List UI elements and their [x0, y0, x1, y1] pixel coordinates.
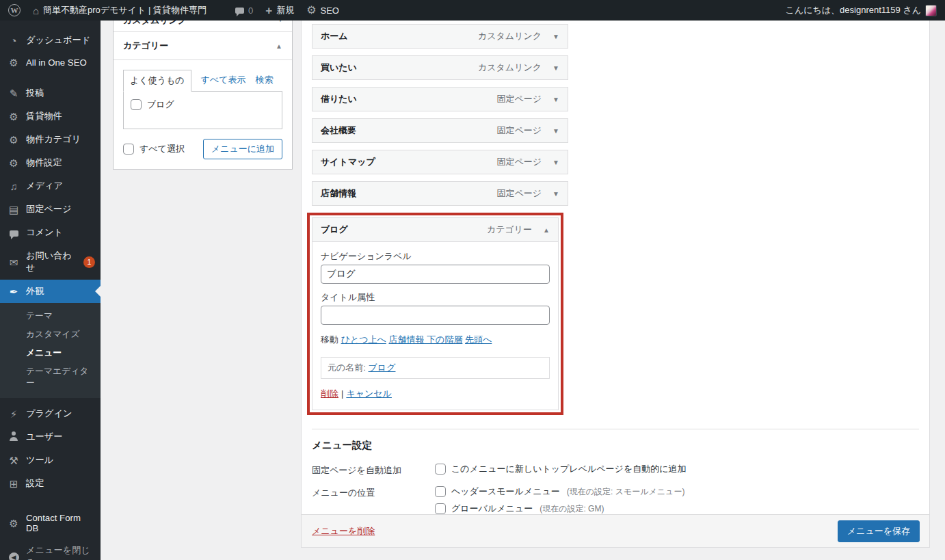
move-up-link[interactable]: ひとつ上へ — [341, 334, 386, 345]
sidebar-item-dashboard[interactable]: ◔ ダッシュボード — [0, 29, 101, 52]
sidebar-item-settings[interactable]: ⊞ 設定 — [0, 472, 101, 495]
menu-item-row-store-info[interactable]: 店舗情報 固定ページ ▼ — [312, 181, 568, 206]
sidebar-item-pages[interactable]: ▤ 固定ページ — [0, 198, 101, 221]
sidebar-item-contact[interactable]: ✉ お問い合わせ 1 — [0, 244, 101, 280]
cancel-link[interactable]: キャンセル — [346, 388, 392, 399]
gear-icon: ⚙ — [8, 57, 20, 68]
sidebar-separator — [0, 73, 101, 81]
menu-item-row-company[interactable]: 会社概要 固定ページ ▼ — [312, 118, 568, 143]
seo-menu-link[interactable]: ⚙ SEO — [306, 5, 339, 16]
sidebar-item-contact-form-db[interactable]: ⚙ Contact Form DB — [0, 507, 101, 539]
sidebar-item-property-settings[interactable]: ⚙ 物件設定 — [0, 151, 101, 174]
sidebar-item-label: 賃貸物件 — [26, 110, 62, 122]
remove-item-link[interactable]: 削除 — [321, 388, 338, 399]
menu-item-type: 固定ページ — [496, 93, 542, 105]
menu-item-row-blog[interactable]: ブログ カテゴリー ▲ — [312, 217, 559, 242]
select-all-checkbox[interactable] — [123, 144, 134, 155]
delete-menu-link[interactable]: メニューを削除 — [312, 525, 375, 537]
location-header-small-checkbox[interactable] — [435, 486, 446, 497]
category-checkbox[interactable] — [131, 99, 142, 110]
chevron-down-icon[interactable]: ▼ — [553, 96, 559, 103]
menu-item-row-home[interactable]: ホーム カスタムリンク ▼ — [312, 24, 568, 49]
sidebar-item-label: お問い合わせ — [26, 250, 75, 274]
mail-icon: ✉ — [8, 257, 20, 267]
separator: | — [341, 388, 343, 399]
tab-search[interactable]: 検索 — [255, 74, 273, 92]
sidebar-item-plugins[interactable]: ⚡ プラグイン — [0, 402, 101, 425]
location-global-checkbox[interactable] — [435, 503, 446, 514]
home-icon: ⌂ — [33, 5, 39, 16]
chevron-down-icon[interactable]: ▼ — [553, 159, 559, 166]
menu-item-title: 買いたい — [321, 62, 478, 74]
new-content-link[interactable]: + 新規 — [265, 4, 294, 16]
menu-item-type: カスタムリンク — [478, 30, 542, 42]
custom-link-panel-header[interactable]: カスタムリンク ▼ — [114, 21, 292, 32]
menu-settings-heading: メニュー設定 — [312, 439, 919, 452]
sidebar-item-label: All in One SEO — [26, 57, 87, 68]
menu-item-row-rent[interactable]: 借りたい 固定ページ ▼ — [312, 87, 568, 111]
item-actions-row: 削除|キャンセル — [321, 388, 550, 400]
menu-item-title: サイトマップ — [321, 156, 496, 168]
site-title: 簡単不動産proデモサイト | 賃貸物件専門 — [43, 4, 207, 16]
submenu-item-themes[interactable]: テーマ — [0, 307, 101, 325]
tab-view-all[interactable]: すべて表示 — [201, 74, 246, 92]
categories-tabs: よく使うもの すべて表示 検索 — [123, 70, 282, 92]
tab-most-used[interactable]: よく使うもの — [123, 70, 191, 92]
site-name-link[interactable]: ⌂ 簡単不動産proデモサイト | 賃貸物件専門 — [33, 4, 207, 16]
chevron-down-icon[interactable]: ▼ — [553, 64, 559, 72]
gear-icon: ⚙ — [8, 518, 20, 529]
greeting-text: こんにちは、designrent1159 さん — [786, 4, 921, 16]
add-to-menu-button[interactable]: メニューに追加 — [203, 139, 282, 159]
auto-add-checkbox[interactable] — [435, 464, 446, 475]
location-label: ヘッダースモールメニュー — [451, 485, 560, 498]
nav-label-input[interactable] — [321, 265, 550, 284]
sidebar-item-media[interactable]: ♫ メディア — [0, 174, 101, 198]
sidebar-item-comments[interactable]: コメント — [0, 221, 101, 244]
sidebar-item-all-in-one-seo[interactable]: ⚙ All in One SEO — [0, 52, 101, 73]
custom-link-panel-title: カスタムリンク — [123, 21, 187, 27]
collapse-menu-button[interactable]: ◀ メニューを閉じる — [0, 539, 101, 560]
appearance-submenu: テーマ カスタマイズ メニュー テーマエディター — [0, 303, 101, 398]
save-menu-button[interactable]: メニューを保存 — [838, 520, 920, 542]
select-all-row: すべて選択 — [123, 143, 185, 155]
submenu-item-customize[interactable]: カスタマイズ — [0, 325, 101, 344]
sidebar-item-posts[interactable]: ✎ 投稿 — [0, 81, 101, 105]
auto-add-row: 固定ページを自動追加 このメニューに新しいトップレベルページを自動的に追加 — [312, 463, 919, 477]
submenu-item-menus[interactable]: メニュー — [0, 344, 101, 362]
categories-panel-title: カテゴリー — [123, 40, 168, 52]
sidebar-item-appearance[interactable]: ✒ 外観 — [0, 280, 101, 303]
menu-item-row-sitemap[interactable]: サイトマップ 固定ページ ▼ — [312, 150, 568, 174]
title-attribute-input[interactable] — [321, 306, 550, 325]
submenu-item-theme-editor[interactable]: テーマエディター — [0, 362, 101, 392]
menu-item-settings: ナビゲーションラベル タイトル属性 移動 ひとつ上へ 店舗情報 下の階層 先頭へ — [312, 242, 559, 410]
chevron-down-icon: ▼ — [277, 21, 284, 23]
move-to-top-link[interactable]: 先頭へ — [465, 334, 492, 345]
sidebar-item-label: メディア — [26, 180, 63, 192]
title-attribute-label: タイトル属性 — [321, 291, 550, 304]
sidebar-item-tools[interactable]: ⚒ ツール — [0, 449, 101, 472]
menu-item-title: 会社概要 — [321, 124, 496, 137]
sidebar-item-label: Contact Form DB — [26, 513, 95, 533]
comments-link[interactable]: 0 — [235, 5, 253, 16]
auto-add-option-label: このメニューに新しいトップレベルページを自動的に追加 — [451, 463, 686, 475]
category-list-item: ブログ — [131, 98, 275, 111]
chevron-down-icon[interactable]: ▼ — [553, 33, 559, 40]
my-account-link[interactable]: こんにちは、designrent1159 さん — [786, 4, 937, 16]
wordpress-logo-button[interactable]: W — [8, 4, 21, 16]
appearance-brush-icon: ✒ — [8, 286, 20, 297]
menu-item-type: 固定ページ — [496, 124, 542, 137]
chevron-down-icon[interactable]: ▼ — [553, 190, 559, 198]
menu-structure-list: ホーム カスタムリンク ▼ 買いたい カスタムリンク ▼ 借りたい 固定ページ … — [302, 21, 929, 415]
chevron-down-icon[interactable]: ▼ — [553, 127, 559, 135]
move-under-link[interactable]: 店舗情報 下の階層 — [388, 334, 462, 345]
sidebar-item-rental-properties[interactable]: ⚙ 賃貸物件 — [0, 105, 101, 128]
sidebar-item-property-category[interactable]: ⚙ 物件カテゴリ — [0, 128, 101, 151]
original-name-link[interactable]: ブログ — [369, 362, 396, 373]
admin-content-area: カスタムリンク ▼ カテゴリー ▲ よく使うもの すべて表示 検索 ブログ — [101, 21, 945, 560]
sidebar-item-label: ツール — [26, 454, 53, 466]
menu-item-row-buy[interactable]: 買いたい カスタムリンク ▼ — [312, 55, 568, 80]
sidebar-item-label: メニューを閉じる — [26, 544, 95, 560]
chevron-up-icon[interactable]: ▲ — [543, 226, 550, 234]
sidebar-item-users[interactable]: ユーザー — [0, 425, 101, 449]
categories-panel-header[interactable]: カテゴリー ▲ — [114, 32, 292, 60]
